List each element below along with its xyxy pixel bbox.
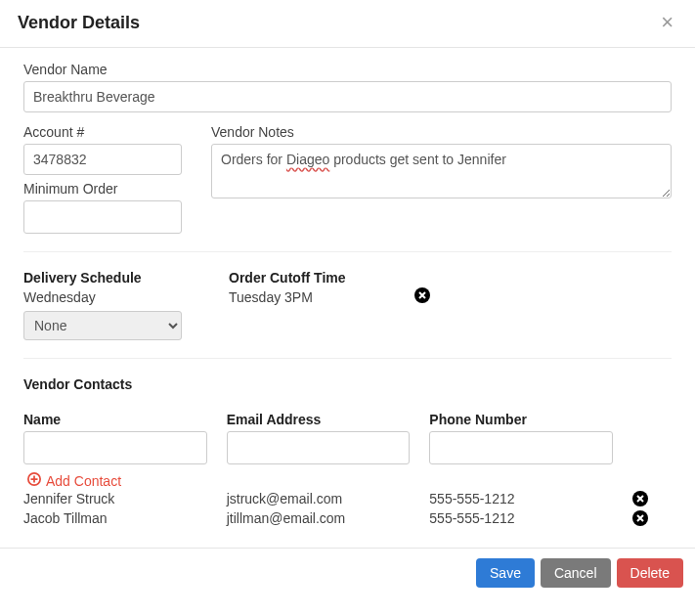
notes-text-prefix: Orders for — [221, 152, 286, 167]
contact-name-cell: Jacob Tillman — [23, 508, 207, 528]
save-button[interactable]: Save — [476, 558, 535, 588]
contact-email-cell: jtillman@email.com — [227, 508, 411, 528]
delete-button[interactable]: Delete — [617, 558, 683, 588]
contact-email-cell: jstruck@email.com — [227, 489, 411, 508]
delivery-schedule-day: Wednesday — [23, 289, 199, 305]
modal-footer: Save Cancel Delete — [0, 548, 695, 597]
plus-circle-icon — [27, 472, 41, 489]
vendor-info-section: Vendor Name Account # Minimum Order — [23, 62, 672, 252]
remove-cutoff-icon[interactable] — [414, 287, 430, 303]
contacts-col-email: Email Address — [227, 412, 411, 427]
contact-phone-cell: 555-555-1212 — [429, 508, 613, 528]
contacts-col-phone: Phone Number — [429, 412, 613, 427]
vendor-notes-input[interactable]: Orders for Diageo products get sent to J… — [211, 144, 672, 198]
vendor-name-input[interactable] — [23, 81, 672, 112]
remove-contact-icon[interactable] — [632, 510, 648, 526]
notes-text-suffix: products get sent to Jennifer — [329, 152, 506, 167]
delivery-schedule-col: Delivery Schedule Wednesday None — [23, 270, 199, 340]
contact-phone-input[interactable] — [429, 431, 613, 464]
modal-title: Vendor Details — [18, 13, 140, 33]
delivery-schedule-label: Delivery Schedule — [23, 270, 199, 286]
contact-name-cell: Jennifer Struck — [23, 489, 207, 508]
delivery-schedule-select[interactable]: None — [23, 311, 182, 340]
vendor-notes-group: Vendor Notes Orders for Diageo products … — [211, 124, 672, 234]
contact-name-input[interactable] — [23, 431, 207, 464]
account-number-input[interactable] — [23, 144, 182, 175]
remove-contact-icon[interactable] — [632, 491, 648, 506]
minimum-order-label: Minimum Order — [23, 181, 182, 197]
vendor-details-modal: Vendor Details × Vendor Name Account # M… — [0, 0, 695, 597]
cutoff-label: Order Cutoff Time — [229, 270, 346, 286]
cutoff-value: Tuesday 3PM — [229, 289, 346, 305]
notes-misspelled-word: Diageo — [286, 152, 329, 167]
minimum-order-input[interactable] — [23, 200, 182, 234]
add-contact-label: Add Contact — [46, 473, 121, 489]
delivery-section: Delivery Schedule Wednesday None Order C… — [23, 270, 672, 359]
contacts-col-name: Name — [23, 412, 207, 427]
add-contact-link[interactable]: Add Contact — [23, 472, 672, 489]
account-col: Account # Minimum Order — [23, 124, 182, 234]
contact-phone-cell: 555-555-1212 — [429, 489, 613, 508]
vendor-notes-label: Vendor Notes — [211, 124, 672, 140]
contacts-section: Vendor Contacts Name Email Address Phone… — [23, 376, 672, 528]
account-number-label: Account # — [23, 124, 182, 140]
contact-email-input[interactable] — [227, 431, 411, 464]
modal-body: Vendor Name Account # Minimum Order — [0, 48, 695, 548]
modal-header: Vendor Details × — [0, 0, 695, 48]
vendor-name-group: Vendor Name — [23, 62, 672, 112]
contacts-heading: Vendor Contacts — [23, 376, 672, 392]
cancel-button[interactable]: Cancel — [541, 558, 611, 588]
vendor-name-label: Vendor Name — [23, 62, 672, 77]
cutoff-col: Order Cutoff Time Tuesday 3PM — [229, 270, 672, 305]
close-icon[interactable]: × — [657, 12, 677, 33]
